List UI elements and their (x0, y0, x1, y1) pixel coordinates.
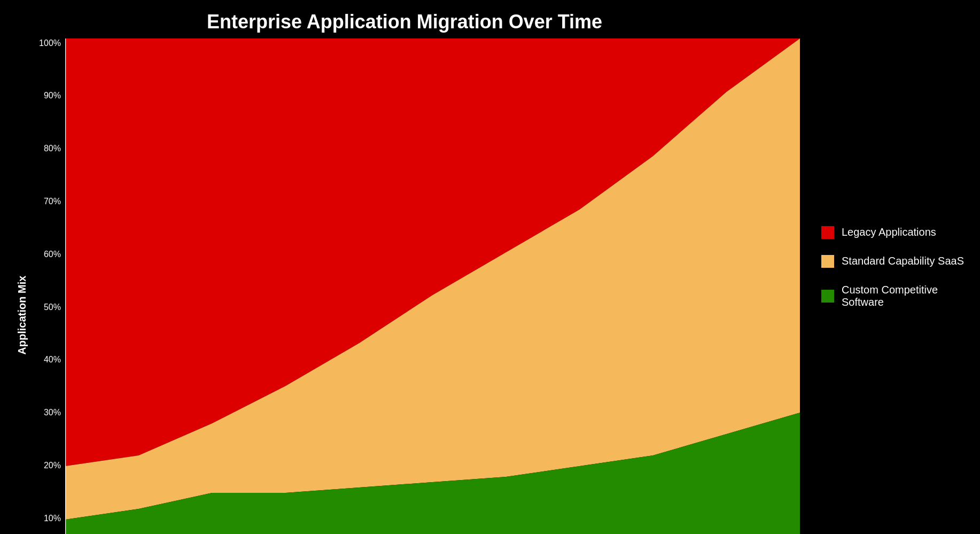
y-tick: 30% (36, 408, 65, 417)
legend-swatch-legacy (821, 226, 834, 239)
legend-item-legacy: Legacy Applications (821, 226, 971, 239)
legend-swatch-custom (821, 290, 834, 303)
legend: Legacy ApplicationsStandard Capability S… (800, 226, 971, 308)
y-axis-label: Application Mix (17, 276, 29, 355)
svg-and-xaxis: Time (x) (65, 38, 800, 535)
chart-title: Enterprise Application Migration Over Ti… (207, 11, 602, 33)
legend-label-legacy: Legacy Applications (842, 226, 936, 238)
y-tick: 60% (36, 250, 65, 259)
y-tick: 90% (36, 91, 65, 100)
legend-swatch-saas (821, 255, 834, 268)
legend-item-custom: Custom Competitive Software (821, 284, 971, 308)
y-ticks: 0%10%20%30%40%50%60%70%80%90%100% (36, 38, 65, 535)
main-chart (65, 38, 800, 535)
y-tick: 20% (36, 461, 65, 470)
chart-body: Application Mix 0%10%20%30%40%50%60%70%8… (9, 38, 800, 535)
y-tick: 80% (36, 144, 65, 153)
legend-label-custom: Custom Competitive Software (842, 284, 971, 308)
y-tick: 100% (36, 38, 65, 48)
chart-area: Enterprise Application Migration Over Ti… (9, 11, 800, 524)
legend-item-saas: Standard Capability SaaS (821, 255, 971, 268)
y-tick: 50% (36, 303, 65, 312)
legend-label-saas: Standard Capability SaaS (842, 255, 964, 267)
y-ticks-and-chart: 0%10%20%30%40%50%60%70%80%90%100% Time (… (36, 38, 800, 535)
y-tick: 10% (36, 514, 65, 523)
chart-container: Enterprise Application Migration Over Ti… (9, 11, 971, 524)
y-axis-label-container: Application Mix (9, 38, 36, 535)
y-tick: 70% (36, 197, 65, 206)
y-tick: 40% (36, 355, 65, 365)
